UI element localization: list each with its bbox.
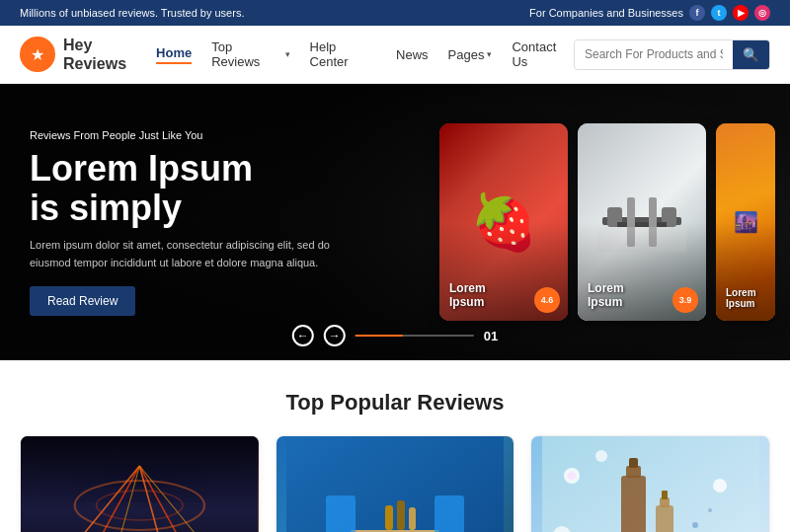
prev-button[interactable]: ← [292,325,314,346]
hero-card-2[interactable]: LoremIpsum 3.9 [578,123,706,321]
slider-progress [356,335,474,337]
svg-rect-24 [409,507,416,530]
youtube-icon[interactable]: ▶ [733,5,749,21]
hero-description: Lorem ipsum dolor sit amet, consectetur … [30,237,346,271]
product-grid: Product Title Here Product Category 4.3 [20,435,770,532]
search-button[interactable]: 🔍 [733,40,769,69]
instagram-icon[interactable]: ◎ [754,5,770,21]
logo-text: Hey Reviews [63,36,126,73]
nav-news[interactable]: News [396,47,429,62]
svg-point-30 [713,479,727,493]
topbar-right-section: For Companies and Businesses f t ▶ ◎ [529,5,770,21]
search-icon: 🔍 [743,47,759,62]
svg-rect-33 [621,476,646,532]
product-image-highway [21,436,259,532]
svg-rect-20 [326,495,356,532]
svg-rect-36 [656,505,673,532]
product-image-perfume [531,436,769,532]
product-card-3[interactable]: Product Title Here Product Category 3.9 [530,435,770,532]
slider-counter: 01 [484,329,498,343]
hero-title: Lorem Ipsumis simply [30,149,346,227]
svg-rect-16 [286,436,504,532]
logo-icon: ★ [20,37,55,72]
svg-rect-35 [629,458,638,468]
logo[interactable]: ★ Hey Reviews [20,36,126,73]
chevron-down-icon: ▾ [285,49,290,59]
hero-tagline: Reviews From People Just Like You [30,129,346,141]
hero-section: Reviews From People Just Like You Lorem … [0,84,790,360]
hero-cards: 🍓 LoremIpsum 4.6 LoremIpsum 3.9 [425,84,790,360]
search-box: 🔍 [574,39,770,70]
svg-rect-38 [662,491,668,499]
logo-star: ★ [31,45,44,64]
svg-point-29 [595,450,607,462]
nav-top-reviews[interactable]: Top Reviews ▾ [211,39,289,69]
twitter-icon[interactable]: t [711,5,727,21]
chevron-right-icon: → [329,329,341,342]
nav-contact[interactable]: Contact Us [512,39,574,69]
svg-point-28 [568,472,576,480]
hero-slider-nav: ← → 01 [292,325,498,346]
chevron-left-icon: ← [297,329,309,342]
hero-card-label-2: LoremIpsum [588,281,624,309]
nav-home[interactable]: Home [156,45,192,64]
svg-rect-22 [385,505,393,530]
top-bar: Millions of unbiased reviews. Trusted by… [0,0,790,26]
read-review-button[interactable]: Read Review [30,286,135,316]
facebook-icon[interactable]: f [689,5,705,21]
hero-card-1[interactable]: 🍓 LoremIpsum 4.6 [439,123,568,321]
slider-progress-bar [356,335,403,337]
hero-card-label-1: LoremIpsum [449,281,486,309]
hero-content: Reviews From People Just Like You Lorem … [0,129,375,315]
topbar-right-text: For Companies and Businesses [529,7,683,19]
navbar: ★ Hey Reviews Home Top Reviews ▾ Help Ce… [0,26,790,84]
next-button[interactable]: → [324,325,346,346]
svg-rect-7 [21,436,259,532]
chevron-down-icon-2: ▾ [487,49,492,59]
nav-help[interactable]: Help Center [310,39,376,69]
svg-point-39 [692,522,698,528]
svg-point-42 [708,508,712,512]
svg-rect-23 [397,500,405,530]
hero-card-3[interactable]: 🌆 LoremIpsum [716,123,775,321]
svg-rect-26 [542,436,759,532]
topbar-left: Millions of unbiased reviews. Trusted by… [20,7,244,19]
product-image-restaurant [276,436,514,532]
product-card-2[interactable]: Product Title Here Product Category 4.2 [276,435,515,532]
search-input[interactable] [575,41,733,67]
hero-card-label-3: LoremIpsum [726,287,756,309]
section-title: Top Popular Reviews [20,390,770,416]
nav-pages[interactable]: Pages ▾ [448,47,493,62]
popular-section: Top Popular Reviews [0,360,790,532]
nav-menu: Home Top Reviews ▾ Help Center News Page… [156,39,574,69]
product-card-1[interactable]: Product Title Here Product Category 4.3 [20,435,260,532]
svg-rect-21 [434,495,464,532]
